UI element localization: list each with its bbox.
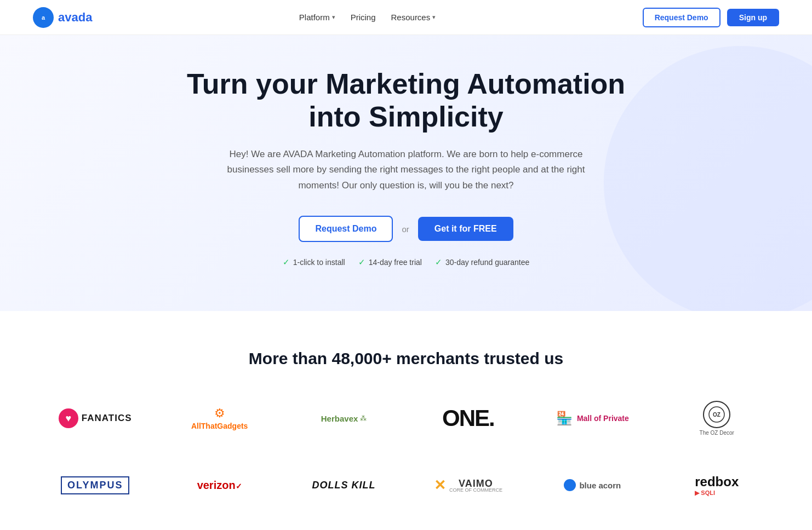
- check-icon: ✓: [435, 257, 442, 267]
- blueacorn-icon: [564, 479, 576, 491]
- fanatics-label: FANATICS: [82, 413, 132, 424]
- verizon-label: verizon✓: [197, 479, 242, 492]
- request-demo-nav-button[interactable]: Request Demo: [643, 8, 720, 27]
- vaimo-x-icon: ✕: [434, 477, 446, 494]
- logo-dollskill: DOLLS KILL: [282, 463, 406, 507]
- herbavex-decoration: ⁂: [360, 414, 367, 422]
- logo-redbox: redbox ▶ SQLI: [655, 463, 779, 507]
- logo-vaimo: ✕ VAIMO CORE OF COMMERCE: [406, 463, 530, 507]
- feature-install: ✓ 1-click to install: [283, 257, 345, 267]
- logo-ozdecor: OZ The OZ Decor: [655, 395, 779, 441]
- feature-trial: ✓ 14-day free trial: [358, 257, 422, 267]
- hero-or-label: or: [402, 224, 409, 234]
- hero-title: Turn your Marketing Automation into Simp…: [159, 68, 653, 134]
- logo-herbavex: Herbavex ⁂: [282, 396, 406, 440]
- navbar: a avada Platform ▾ Pricing Resources ▾ R…: [0, 0, 812, 35]
- oz-label: The OZ Decor: [700, 430, 734, 436]
- herbavex-label: Herbavex: [321, 414, 358, 423]
- allgadgets-label: AllThatGadgets: [191, 422, 248, 430]
- logo-one: ONE.: [406, 396, 530, 440]
- one-label: ONE.: [442, 405, 494, 431]
- feature-refund: ✓ 30-day refund guarantee: [435, 257, 529, 267]
- logos-row-1: ♥ FANATICS ⚙ AllThatGadgets Herbavex ⁂ O…: [33, 395, 779, 441]
- hero-subtitle: Hey! We are AVADA Marketing Automation p…: [220, 147, 592, 194]
- fanatics-heart-icon: ♥: [59, 408, 78, 428]
- logo-blueacorn: blue acorn: [530, 463, 655, 507]
- redbox-sub-label: ▶ SQLI: [695, 489, 715, 497]
- logo-verizon: verizon✓: [157, 463, 282, 507]
- request-demo-hero-button[interactable]: Request Demo: [299, 216, 393, 242]
- trusted-section: More than 48,000+ merchants trusted us ♥…: [0, 311, 812, 530]
- mall-icon: 🏪: [556, 411, 573, 426]
- hero-features: ✓ 1-click to install ✓ 14-day free trial…: [283, 257, 530, 267]
- sign-up-nav-button[interactable]: Sign up: [727, 9, 779, 26]
- logo-olympus: OLYMPUS: [33, 463, 157, 507]
- nav-cta: Request Demo Sign up: [643, 8, 779, 27]
- nav-platform[interactable]: Platform ▾: [299, 13, 335, 22]
- logo-allgadgets: ⚙ AllThatGadgets: [157, 396, 282, 440]
- hero-buttons: Request Demo or Get it for FREE: [299, 216, 513, 242]
- logos-row-2: OLYMPUS verizon✓ DOLLS KILL ✕ VAIMO CORE…: [33, 463, 779, 507]
- redbox-main-label: redbox: [695, 474, 739, 489]
- logo-mallofprivate: 🏪 Mall of Private: [530, 396, 655, 440]
- svg-point-4: [566, 481, 574, 489]
- mall-label: Mall of Private: [577, 414, 629, 423]
- nav-pricing[interactable]: Pricing: [351, 13, 376, 22]
- vaimo-sublabel: CORE OF COMMERCE: [449, 487, 502, 493]
- logo-text: avada: [58, 10, 92, 25]
- oz-circle-icon: OZ: [703, 401, 730, 428]
- allgadgets-icon: ⚙: [214, 406, 225, 420]
- nav-resources[interactable]: Resources ▾: [391, 13, 436, 22]
- logo-fanatics: ♥ FANATICS: [33, 396, 157, 440]
- blueacorn-label: blue acorn: [579, 481, 621, 490]
- check-icon: ✓: [358, 257, 365, 267]
- svg-text:OZ: OZ: [713, 412, 720, 418]
- trusted-title: More than 48,000+ merchants trusted us: [33, 349, 779, 368]
- get-free-hero-button[interactable]: Get it for FREE: [418, 217, 513, 241]
- chevron-down-icon: ▾: [432, 14, 436, 21]
- svg-text:a: a: [42, 14, 45, 21]
- hero-section: Turn your Marketing Automation into Simp…: [0, 35, 812, 311]
- dollskill-label: DOLLS KILL: [312, 480, 376, 491]
- chevron-down-icon: ▾: [332, 14, 335, 21]
- olympus-label: OLYMPUS: [61, 476, 129, 494]
- nav-links: Platform ▾ Pricing Resources ▾: [299, 13, 436, 22]
- check-icon: ✓: [283, 257, 290, 267]
- logo[interactable]: a avada: [33, 7, 92, 28]
- logo-icon: a: [33, 7, 54, 28]
